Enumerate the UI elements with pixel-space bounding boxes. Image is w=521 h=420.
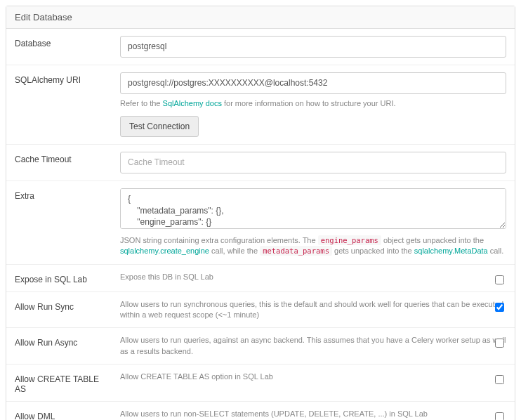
label-allow-async: Allow Run Async	[6, 328, 112, 365]
async-help: Allow users to run queries, against an a…	[120, 335, 506, 357]
label-sqlalchemy-uri: SQLAlchemy URI	[6, 65, 112, 144]
label-cache-timeout: Cache Timeout	[6, 144, 112, 181]
expose-help: Expose this DB in SQL Lab	[120, 272, 506, 282]
label-expose: Expose in SQL Lab	[6, 264, 112, 291]
label-database: Database	[6, 29, 112, 65]
allow-async-checkbox[interactable]	[495, 339, 504, 348]
panel-title: Edit Database	[6, 6, 515, 29]
metadata-link[interactable]: sqlalchemy.MetaData	[414, 247, 488, 255]
sqlalchemy-docs-link[interactable]: SqlAlchemy docs	[163, 99, 222, 107]
sync-help: Allow users to run synchronous queries, …	[120, 299, 506, 321]
extra-textarea[interactable]: { "metadata_params": {}, "engine_params"…	[120, 188, 506, 229]
expose-checkbox[interactable]	[495, 275, 504, 284]
uri-help: Refer to the SqlAlchemy docs for more in…	[120, 98, 506, 109]
database-input[interactable]	[120, 36, 506, 58]
allow-sync-checkbox[interactable]	[495, 303, 504, 312]
test-connection-button[interactable]: Test Connection	[120, 116, 199, 137]
sqlalchemy-uri-input[interactable]	[120, 72, 506, 94]
label-allow-ctas: Allow CREATE TABLE AS	[6, 365, 112, 402]
code-engine-params: engine_params	[318, 235, 381, 245]
code-metadata-params: metadata_params	[260, 246, 332, 256]
label-allow-sync: Allow Run Sync	[6, 291, 112, 328]
form-table: Database SQLAlchemy URI Refer to the Sql…	[6, 29, 515, 420]
dml-help: Allow users to run non-SELECT statements…	[120, 409, 506, 419]
ctas-help: Allow CREATE TABLE AS option in SQL Lab	[120, 372, 506, 382]
allow-ctas-checkbox[interactable]	[495, 375, 504, 384]
edit-database-panel: Edit Database Database SQLAlchemy URI Re…	[6, 6, 515, 420]
extra-help: JSON string containing extra configurati…	[120, 235, 506, 257]
label-extra: Extra	[6, 181, 112, 264]
cache-timeout-input[interactable]	[120, 152, 506, 173]
allow-dml-checkbox[interactable]	[495, 412, 504, 420]
create-engine-link[interactable]: sqlalchemy.create_engine	[120, 247, 209, 255]
label-allow-dml: Allow DML	[6, 402, 112, 420]
